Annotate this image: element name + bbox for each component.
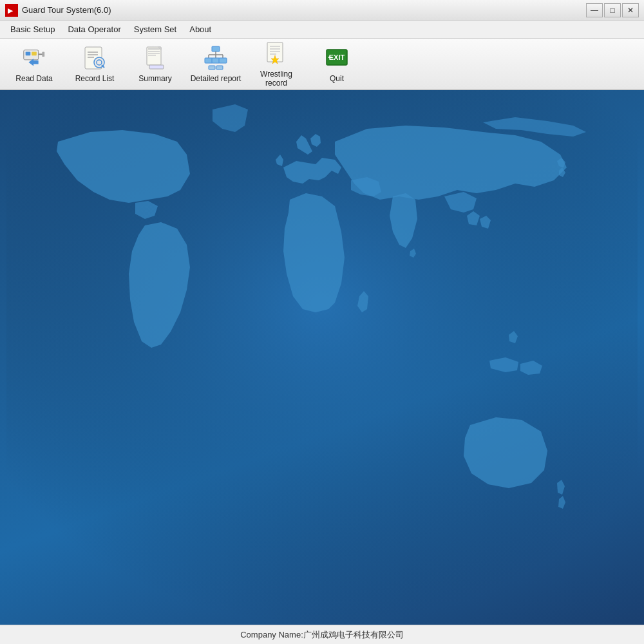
svg-rect-18 bbox=[148, 51, 160, 52]
svg-rect-16 bbox=[147, 47, 161, 65]
title-bar: ▶ Guard Tour System(6.0) — □ ✕ bbox=[0, 0, 644, 21]
menu-system-set[interactable]: System Set bbox=[129, 23, 182, 35]
quit-button[interactable]: EXIT Quit bbox=[308, 42, 366, 86]
wrestling-record-button[interactable]: Wrestling record bbox=[247, 42, 305, 86]
svg-text:▶: ▶ bbox=[8, 7, 14, 14]
svg-rect-22 bbox=[149, 65, 164, 69]
record-list-label: Record List bbox=[75, 74, 115, 83]
read-data-icon bbox=[20, 44, 48, 71]
record-list-button[interactable]: Record List bbox=[66, 42, 124, 86]
quit-label: Quit bbox=[330, 74, 344, 83]
company-name: Company Name:广州成鸡电子科技有限公司 bbox=[240, 629, 404, 641]
record-list-icon bbox=[80, 44, 109, 71]
detailed-report-label: Detailed report bbox=[191, 74, 242, 83]
summary-icon bbox=[141, 44, 169, 71]
world-map-svg bbox=[0, 90, 644, 625]
svg-rect-19 bbox=[148, 53, 160, 54]
menu-bar: Basic Setup Data Operator System Set Abo… bbox=[0, 21, 644, 39]
svg-rect-31 bbox=[219, 58, 227, 63]
quit-icon: EXIT bbox=[323, 44, 351, 71]
summary-label: Summary bbox=[138, 74, 171, 83]
svg-rect-29 bbox=[205, 58, 213, 63]
status-bar: Company Name:广州成鸡电子科技有限公司 bbox=[0, 625, 644, 644]
app-icon: ▶ bbox=[5, 4, 18, 17]
window-title: Guard Tour System(6.0) bbox=[22, 5, 111, 15]
svg-rect-23 bbox=[212, 46, 220, 52]
title-bar-controls: — □ ✕ bbox=[586, 3, 639, 17]
svg-rect-17 bbox=[148, 48, 160, 50]
svg-rect-5 bbox=[32, 52, 37, 55]
summary-button[interactable]: Summary bbox=[126, 42, 184, 86]
svg-rect-33 bbox=[216, 66, 223, 70]
detailed-report-button[interactable]: Detailed report bbox=[187, 42, 245, 86]
title-bar-left: ▶ Guard Tour System(6.0) bbox=[5, 4, 111, 17]
read-data-button[interactable]: Read Data bbox=[5, 42, 63, 86]
maximize-button[interactable]: □ bbox=[604, 3, 621, 17]
toolbar: Read Data Record List bbox=[0, 39, 644, 90]
main-content bbox=[0, 90, 644, 625]
menu-about[interactable]: About bbox=[184, 23, 216, 35]
minimize-button[interactable]: — bbox=[586, 3, 603, 17]
detailed-report-icon bbox=[202, 44, 230, 71]
svg-rect-32 bbox=[209, 66, 215, 70]
svg-rect-30 bbox=[212, 58, 220, 63]
close-button[interactable]: ✕ bbox=[622, 3, 639, 17]
wrestling-record-label: Wrestling record bbox=[250, 70, 303, 88]
svg-rect-4 bbox=[26, 52, 31, 55]
svg-rect-20 bbox=[148, 55, 156, 56]
wrestling-record-icon bbox=[262, 40, 290, 67]
menu-data-operator[interactable]: Data Operator bbox=[62, 23, 126, 35]
read-data-label: Read Data bbox=[15, 74, 52, 83]
svg-rect-7 bbox=[42, 52, 44, 57]
menu-basic-setup[interactable]: Basic Setup bbox=[5, 23, 60, 35]
